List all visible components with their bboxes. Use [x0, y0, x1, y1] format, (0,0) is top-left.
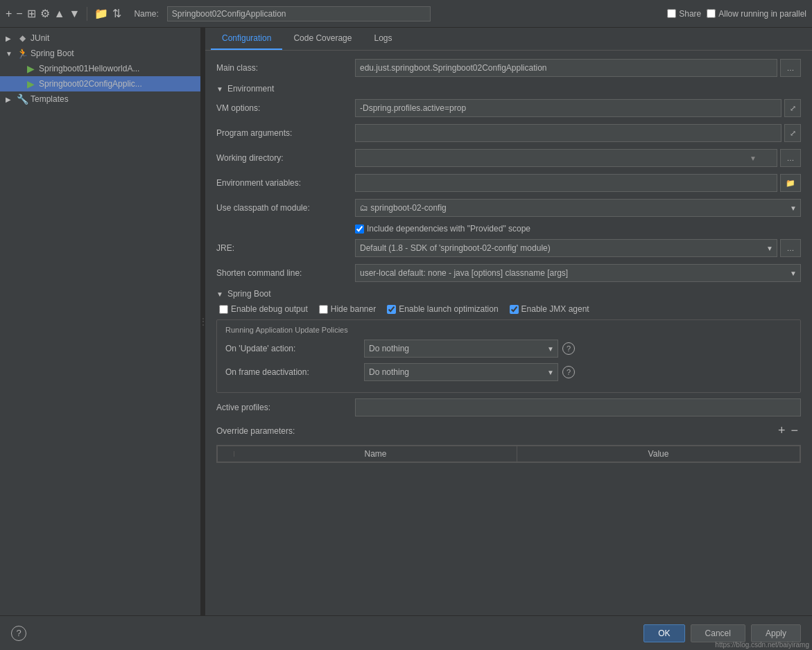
on-frame-help-icon[interactable]: ? [562, 366, 575, 378]
vm-options-row: VM options: ⤢ [216, 99, 801, 117]
minus-icon[interactable]: − [16, 8, 22, 20]
active-profiles-label: Active profiles: [216, 403, 355, 412]
remove-param-btn[interactable]: − [788, 423, 801, 438]
toolbar-right: Share Allow running in parallel [667, 9, 806, 19]
working-dir-input[interactable] [355, 149, 777, 167]
include-deps-checkbox[interactable] [355, 225, 364, 234]
sidebar-item-templates[interactable]: ▶ 🔧 Templates [0, 91, 200, 107]
add-param-btn[interactable]: + [775, 423, 788, 438]
env-vars-browse-btn[interactable]: 📁 [780, 174, 801, 192]
main-class-input[interactable] [355, 59, 777, 77]
copy-icon[interactable]: ⊞ [27, 7, 36, 20]
config-content: Main class: … ▼ Environment VM options: … [205, 51, 812, 615]
classpath-label: Use classpath of module: [216, 203, 355, 213]
settings-icon[interactable]: ⚙ [40, 7, 50, 20]
override-actions: + − [355, 423, 801, 438]
launch-opt-label: Enable launch optimization [399, 304, 498, 314]
tab-code-coverage[interactable]: Code Coverage [282, 28, 363, 50]
share-checkbox[interactable] [667, 9, 676, 18]
up-icon[interactable]: ▲ [54, 8, 65, 20]
help-button[interactable]: ? [11, 626, 26, 641]
on-frame-select[interactable]: Do nothing Update classes and resources … [364, 363, 558, 381]
program-args-row: Program arguments: ⤢ [216, 124, 801, 142]
sidebar-item-config[interactable]: ▶ Springboot02ConfigApplic... [0, 76, 200, 91]
jre-browse-btn[interactable]: … [780, 239, 801, 257]
ok-button[interactable]: OK [643, 624, 684, 642]
program-args-expand-btn[interactable]: ⤢ [784, 124, 801, 142]
policies-section: Running Application Update Policies On '… [216, 319, 801, 393]
launch-opt-checkbox[interactable] [387, 305, 396, 314]
vm-options-input[interactable] [355, 99, 781, 117]
toolbar: + − ⊞ ⚙ ▲ ▼ 📁 ⇅ Name: Share Allow runnin… [0, 0, 812, 28]
sidebar-junit-label: JUnit [31, 33, 195, 43]
debug-output-checkbox[interactable] [219, 305, 228, 314]
jre-row: JRE: Default (1.8 - SDK of 'springboot-0… [216, 239, 801, 257]
shorten-cmd-select[interactable]: user-local default: none - java [options… [355, 264, 801, 282]
allow-parallel-checkbox[interactable] [707, 9, 716, 18]
on-update-select[interactable]: Do nothing Update classes and resources … [364, 340, 558, 358]
main-class-row: Main class: … [216, 59, 801, 77]
on-update-help-icon[interactable]: ? [562, 342, 575, 355]
springboot-section-arrow-icon[interactable]: ▼ [216, 290, 223, 298]
name-input[interactable] [167, 6, 431, 21]
springboot-checkboxes: Enable debug output Hide banner Enable l… [216, 304, 801, 314]
tab-configuration[interactable]: Configuration [211, 28, 282, 50]
cancel-button[interactable]: Cancel [691, 624, 745, 642]
jre-select[interactable]: Default (1.8 - SDK of 'springboot-02-con… [355, 239, 777, 257]
sort-icon[interactable]: ⇅ [112, 7, 121, 20]
debug-output-checkbox-label[interactable]: Enable debug output [219, 304, 308, 314]
main-container: ▶ ◆ JUnit ▼ 🏃 Spring Boot ▶ Springboot01… [0, 28, 812, 615]
jre-select-wrapper: Default (1.8 - SDK of 'springboot-02-con… [355, 239, 777, 257]
add-icon[interactable]: + [6, 8, 12, 20]
shorten-cmd-row: Shorten command line: user-local default… [216, 264, 801, 282]
program-args-input[interactable] [355, 124, 781, 142]
hide-banner-checkbox-label[interactable]: Hide banner [319, 304, 376, 314]
sidebar-item-springboot-group[interactable]: ▼ 🏃 Spring Boot [0, 46, 200, 61]
active-profiles-input-wrap [355, 398, 801, 416]
springboot-folder-icon: 🏃 [17, 48, 28, 59]
env-vars-input[interactable] [355, 174, 777, 192]
launch-opt-checkbox-label[interactable]: Enable launch optimization [387, 304, 498, 314]
sidebar-item-hello[interactable]: ▶ Springboot01HelloworldA... [0, 61, 200, 76]
env-vars-row: Environment variables: 📁 [216, 174, 801, 192]
on-update-row: On 'Update' action: Do nothing Update cl… [225, 340, 792, 358]
include-deps-label[interactable]: Include dependencies with "Provided" sco… [367, 224, 530, 234]
toolbar-separator [87, 7, 87, 21]
toolbar-left: + − ⊞ ⚙ ▲ ▼ 📁 ⇅ Name: [6, 6, 431, 21]
working-dir-label: Working directory: [216, 153, 355, 163]
working-dir-browse-btn[interactable]: … [780, 149, 801, 167]
environment-arrow-icon[interactable]: ▼ [216, 85, 223, 93]
jmx-checkbox[interactable] [510, 305, 519, 314]
main-class-input-wrap: … [355, 59, 801, 77]
share-checkbox-label[interactable]: Share [667, 9, 701, 19]
springboot-section: ▼ Spring Boot Enable debug output Hide b… [216, 289, 801, 393]
on-update-label: On 'Update' action: [225, 344, 364, 353]
tab-logs[interactable]: Logs [363, 28, 403, 50]
environment-section-header: ▼ Environment [216, 84, 801, 94]
apply-button[interactable]: Apply [751, 624, 801, 642]
tabs: Configuration Code Coverage Logs [205, 28, 812, 51]
active-profiles-input[interactable] [355, 398, 801, 416]
debug-output-label: Enable debug output [231, 304, 308, 314]
down-icon[interactable]: ▼ [69, 8, 80, 20]
sidebar-item-junit[interactable]: ▶ ◆ JUnit [0, 30, 200, 46]
hide-banner-checkbox[interactable] [319, 305, 328, 314]
vm-options-label: VM options: [216, 103, 355, 113]
classpath-select[interactable]: 🗂 springboot-02-config [355, 199, 801, 217]
environment-section-title: Environment [227, 84, 274, 94]
junit-arrow-icon: ▶ [6, 35, 14, 42]
override-check-col [218, 451, 234, 457]
folder-icon[interactable]: 📁 [94, 7, 108, 20]
main-class-browse-btn[interactable]: … [780, 59, 801, 77]
bottom-left: ? [11, 626, 26, 641]
working-dir-select-wrapper: ▼ [355, 149, 777, 167]
vm-options-expand-btn[interactable]: ⤢ [784, 99, 801, 117]
policies-title: Running Application Update Policies [225, 326, 792, 334]
on-frame-select-container: Do nothing Update classes and resources … [364, 363, 558, 381]
on-update-select-container: Do nothing Update classes and resources … [364, 340, 558, 358]
classpath-row: Use classpath of module: 🗂 springboot-02… [216, 199, 801, 217]
jmx-checkbox-label[interactable]: Enable JMX agent [510, 304, 589, 314]
classpath-input-wrap: 🗂 springboot-02-config ▼ [355, 199, 801, 217]
allow-parallel-checkbox-label[interactable]: Allow running in parallel [707, 9, 806, 19]
classpath-select-wrapper: 🗂 springboot-02-config ▼ [355, 199, 801, 217]
